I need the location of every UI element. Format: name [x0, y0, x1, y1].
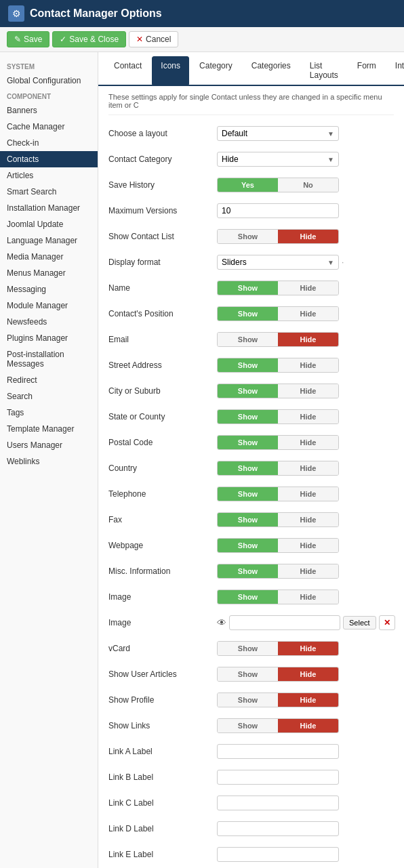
toggle-show-profile: Show Hide	[217, 693, 339, 707]
toggle-show-button[interactable]: Show	[218, 642, 278, 655]
sidebar-item-users-manager[interactable]: Users Manager	[0, 437, 98, 453]
toggle-hide-button[interactable]: Hide	[278, 667, 338, 681]
image-select-button[interactable]: Select	[343, 616, 376, 629]
field-name: Name Show Hide	[108, 278, 394, 298]
toggle-hide-button[interactable]: Hide	[278, 230, 338, 243]
label-show-profile: Show Profile	[108, 695, 217, 705]
field-webpage: Webpage Show Hide	[108, 535, 394, 556]
eye-icon[interactable]: 👁	[217, 617, 226, 628]
sidebar-item-menus-manager[interactable]: Menus Manager	[0, 265, 98, 281]
field-link-c-label: Link C Label	[108, 793, 394, 813]
toggle-show-button[interactable]: Show	[218, 384, 278, 398]
save-close-button[interactable]: ✓ Save & Close	[52, 31, 126, 47]
toggle-hide-button[interactable]: Hide	[278, 564, 338, 578]
sidebar-item-banners[interactable]: Banners	[0, 102, 98, 119]
label-link-e: Link E Label	[108, 850, 217, 859]
toggle-show-button[interactable]: Show	[218, 281, 278, 295]
toggle-hide-button[interactable]: Hide	[278, 642, 338, 655]
cancel-button[interactable]: ✕ Cancel	[129, 31, 178, 47]
sidebar-item-smart-search[interactable]: Smart Search	[0, 184, 98, 200]
toggle-hide-button[interactable]: Hide	[278, 436, 338, 449]
toggle-show-button[interactable]: Show	[218, 719, 278, 732]
select-display-format[interactable]: Sliders ▼	[217, 255, 339, 270]
toggle-show-button[interactable]: Show	[218, 513, 278, 526]
toggle-show-button[interactable]: Show	[218, 693, 278, 707]
save-button[interactable]: ✎ Save	[7, 31, 49, 47]
sidebar-item-weblinks[interactable]: Weblinks	[0, 453, 98, 470]
toggle-show-button[interactable]: Show	[218, 333, 278, 346]
toggle-hide-button[interactable]: Hide	[278, 487, 338, 501]
toggle-show-button[interactable]: Show	[218, 410, 278, 423]
sidebar-item-articles[interactable]: Articles	[0, 167, 98, 184]
field-misc-information: Misc. Information Show Hide	[108, 561, 394, 581]
tab-integration[interactable]: Integration	[386, 56, 404, 85]
tab-list-layouts[interactable]: List Layouts	[301, 56, 347, 85]
sidebar-item-cache-manager[interactable]: Cache Manager	[0, 119, 98, 135]
sidebar-item-tags[interactable]: Tags	[0, 405, 98, 421]
input-link-c-label[interactable]	[217, 795, 339, 810]
toggle-show-button[interactable]: Show	[218, 461, 278, 475]
toggle-show-button[interactable]: Show	[218, 590, 278, 604]
sidebar-item-contacts[interactable]: Contacts	[0, 151, 98, 167]
toggle-hide-button[interactable]: Hide	[278, 281, 338, 295]
sidebar-item-redirect[interactable]: Redirect	[0, 372, 98, 388]
field-show-profile: Show Profile Show Hide	[108, 690, 394, 710]
select-choose-layout[interactable]: Default ▼	[217, 126, 339, 141]
sidebar-item-check-in[interactable]: Check-in	[0, 135, 98, 151]
toggle-hide-button[interactable]: Hide	[278, 693, 338, 707]
sidebar-item-search[interactable]: Search	[0, 388, 98, 405]
sidebar-item-media-manager[interactable]: Media Manager	[0, 249, 98, 265]
toggle-show-button[interactable]: Show	[218, 667, 278, 681]
page-title: Contact Manager Options	[30, 7, 162, 20]
toggle-hide-button[interactable]: Hide	[278, 461, 338, 475]
input-link-d-label[interactable]	[217, 821, 339, 836]
tab-category[interactable]: Category	[190, 56, 241, 85]
input-link-a-label[interactable]	[217, 744, 339, 759]
sidebar-item-plugins-manager[interactable]: Plugins Manager	[0, 330, 98, 346]
content-area: Contact Icons Category Categories List L…	[98, 52, 404, 868]
sidebar-item-newsfeeds[interactable]: Newsfeeds	[0, 314, 98, 330]
toggle-hide-button[interactable]: Hide	[278, 307, 338, 321]
sidebar-item-module-manager[interactable]: Module Manager	[0, 297, 98, 314]
select-contact-category[interactable]: Hide ▼	[217, 152, 339, 167]
toggle-hide-button[interactable]: Hide	[278, 384, 338, 398]
chevron-down-icon: ▼	[327, 156, 334, 163]
toggle-show-button[interactable]: Show	[218, 436, 278, 449]
tab-categories[interactable]: Categories	[243, 56, 300, 85]
toggle-hide-button[interactable]: Hide	[278, 539, 338, 552]
toggle-hide-button[interactable]: Hide	[278, 358, 338, 372]
toggle-hide-button[interactable]: Hide	[278, 590, 338, 604]
field-link-b-label: Link B Label	[108, 767, 394, 787]
toggle-no-button[interactable]: No	[278, 178, 338, 192]
save-close-label: Save & Close	[69, 35, 119, 44]
toggle-show-button[interactable]: Show	[218, 230, 278, 243]
toggle-hide-button[interactable]: Hide	[278, 719, 338, 732]
tab-icons[interactable]: Icons	[152, 56, 189, 85]
sidebar-item-installation-manager[interactable]: Installation Manager	[0, 200, 98, 216]
sidebar-item-global-configuration[interactable]: Global Configuration	[0, 73, 98, 89]
toggle-yes-button[interactable]: Yes	[218, 178, 278, 192]
tab-form[interactable]: Form	[348, 56, 385, 85]
toggle-hide-button[interactable]: Hide	[278, 333, 338, 346]
input-link-b-label[interactable]	[217, 770, 339, 785]
field-country: Country Show Hide	[108, 458, 394, 478]
sidebar-item-language-manager[interactable]: Language Manager	[0, 232, 98, 249]
sidebar-item-template-manager[interactable]: Template Manager	[0, 421, 98, 437]
tab-contact[interactable]: Contact	[105, 56, 150, 85]
input-link-e-label[interactable]	[217, 847, 339, 862]
sidebar-item-messaging[interactable]: Messaging	[0, 281, 98, 297]
image-path-input[interactable]	[229, 615, 340, 630]
toggle-show-button[interactable]: Show	[218, 307, 278, 321]
sidebar: SYSTEM Global Configuration COMPONENT Ba…	[0, 52, 98, 868]
toggle-state-county: Show Hide	[217, 409, 339, 424]
toggle-hide-button[interactable]: Hide	[278, 513, 338, 526]
toggle-show-button[interactable]: Show	[218, 539, 278, 552]
toggle-show-button[interactable]: Show	[218, 564, 278, 578]
toggle-show-button[interactable]: Show	[218, 358, 278, 372]
toggle-hide-button[interactable]: Hide	[278, 410, 338, 423]
input-maximum-versions[interactable]	[217, 203, 339, 218]
sidebar-item-post-installation[interactable]: Post-installation Messages	[0, 346, 98, 372]
sidebar-item-joomlal-update[interactable]: Joomlal Update	[0, 216, 98, 232]
toggle-show-button[interactable]: Show	[218, 487, 278, 501]
image-clear-button[interactable]: ✕	[379, 615, 395, 630]
